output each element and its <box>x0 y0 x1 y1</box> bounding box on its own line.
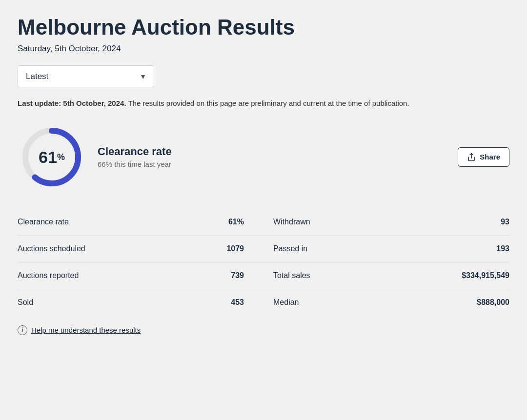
page-subtitle: Saturday, 5th October, 2024 <box>18 44 509 54</box>
stats-left-column: Clearance rate 61% Auctions scheduled 10… <box>18 209 264 316</box>
table-row: Auctions reported 739 <box>18 262 264 289</box>
stat-label-auctions-reported: Auctions reported <box>18 271 79 280</box>
stat-value-median: $888,000 <box>477 298 509 307</box>
clearance-percent-symbol: % <box>57 152 65 162</box>
stat-value-sold: 453 <box>231 298 244 307</box>
stat-label-auctions-scheduled: Auctions scheduled <box>18 244 85 253</box>
stat-value-passed-in: 193 <box>496 244 509 253</box>
stat-label-total-sales: Total sales <box>273 271 310 280</box>
share-icon <box>467 153 476 161</box>
table-row: Passed in 193 <box>264 236 509 262</box>
share-button-label: Share <box>480 153 500 161</box>
help-link-row: i Help me understand these results <box>18 325 509 335</box>
dropdown-container: Latest Previous ▼ <box>18 65 154 87</box>
clearance-rate-label: Clearance rate <box>98 145 446 158</box>
stats-right-column: Withdrawn 93 Passed in 193 Total sales $… <box>264 209 509 316</box>
stat-label-sold: Sold <box>18 298 33 307</box>
table-row: Withdrawn 93 <box>264 209 509 236</box>
table-row: Sold 453 <box>18 289 264 316</box>
share-button[interactable]: Share <box>458 147 509 167</box>
stat-value-total-sales: $334,915,549 <box>462 271 509 280</box>
stat-label-passed-in: Passed in <box>273 244 307 253</box>
stat-label-median: Median <box>273 298 299 307</box>
donut-center-label: 61% <box>39 149 65 165</box>
table-row: Total sales $334,915,549 <box>264 262 509 289</box>
clearance-hero: 61% Clearance rate 66% this time last ye… <box>18 123 509 191</box>
stat-value-auctions-scheduled: 1079 <box>226 244 244 253</box>
help-link[interactable]: Help me understand these results <box>31 326 141 334</box>
table-row: Clearance rate 61% <box>18 209 264 236</box>
table-row: Auctions scheduled 1079 <box>18 236 264 262</box>
dropdown-wrapper: Latest Previous ▼ <box>18 65 509 87</box>
stat-value-withdrawn: 93 <box>501 218 509 226</box>
stat-value-clearance-rate: 61% <box>228 218 244 226</box>
info-icon: i <box>18 325 27 335</box>
stat-value-auctions-reported: 739 <box>231 271 244 280</box>
stats-grid: Clearance rate 61% Auctions scheduled 10… <box>18 209 509 316</box>
stat-label-withdrawn: Withdrawn <box>273 218 310 226</box>
date-dropdown[interactable]: Latest Previous <box>18 65 154 87</box>
share-button-wrapper: Share <box>458 147 509 167</box>
clearance-last-year-text: 66% this time last year <box>98 160 446 168</box>
clearance-percent-value: 61 <box>39 148 57 166</box>
page-title: Melbourne Auction Results <box>18 16 509 39</box>
table-row: Median $888,000 <box>264 289 509 316</box>
clearance-text-block: Clearance rate 66% this time last year <box>98 145 446 168</box>
clearance-donut-chart: 61% <box>18 123 86 191</box>
stat-label-clearance-rate: Clearance rate <box>18 218 69 226</box>
last-update-text: Last update: 5th October, 2024. The resu… <box>18 98 509 109</box>
